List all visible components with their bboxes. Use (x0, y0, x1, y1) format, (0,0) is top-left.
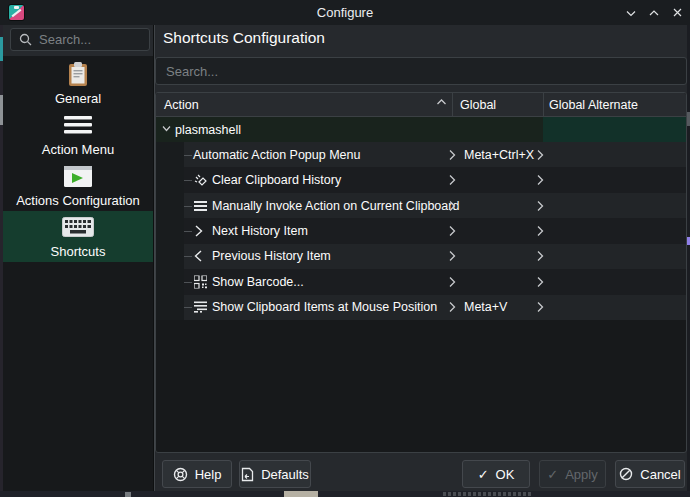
table-rows: Automatic Action Popup Menu Meta+Ctrl+X … (156, 142, 686, 320)
shortcuts-search-input[interactable] (155, 57, 687, 85)
maximize-icon[interactable] (647, 6, 661, 20)
global-alt-expander-icon[interactable] (536, 276, 544, 288)
defaults-button-label: Defaults (261, 467, 309, 482)
action-label: Automatic Action Popup Menu (193, 148, 360, 162)
menu-lines-icon (63, 112, 93, 138)
table-row[interactable]: Next History Item (156, 218, 686, 243)
chevron-down-icon[interactable] (161, 123, 172, 134)
check-icon: ✓ (478, 468, 489, 481)
global-expander-icon[interactable] (448, 174, 456, 186)
column-header-global-alternate[interactable]: Global Alternate (549, 93, 638, 117)
ok-button[interactable]: ✓ OK (462, 460, 530, 488)
sidebar-item-general[interactable]: General (3, 58, 153, 109)
sidebar-item-action-menu[interactable]: Action Menu (3, 109, 153, 160)
sidebar-item-label: Actions Configuration (16, 193, 140, 208)
sidebar-search-input[interactable] (10, 28, 150, 51)
help-button-label: Help (195, 467, 222, 482)
table-row[interactable]: Clear Clipboard History (156, 167, 686, 192)
sidebar-search-field[interactable] (39, 32, 141, 47)
global-shortcut: Meta+Ctrl+X (464, 148, 534, 162)
clear-history-icon (194, 173, 208, 187)
dialog-body: Shortcuts Configuration General (3, 25, 687, 491)
qr-code-icon (194, 275, 207, 288)
column-header-action[interactable]: Action (164, 93, 199, 117)
sidebar-item-label: Shortcuts (51, 244, 106, 259)
global-expander-icon[interactable] (448, 250, 456, 262)
global-alt-expander-icon[interactable] (536, 250, 544, 262)
window-play-icon (63, 163, 93, 189)
table-row[interactable]: Show Clipboard Items at Mouse Position M… (156, 295, 686, 320)
global-expander-icon[interactable] (448, 225, 456, 237)
global-alt-expander-icon[interactable] (536, 301, 544, 313)
global-alt-expander-icon[interactable] (536, 225, 544, 237)
action-label: Manually Invoke Action on Current Clipbo… (212, 199, 459, 213)
check-icon: ✓ (547, 468, 558, 481)
ok-button-label: OK (496, 467, 515, 482)
list-icon (194, 301, 207, 313)
sidebar-item-label: General (55, 91, 101, 106)
table-row[interactable]: Manually Invoke Action on Current Clipbo… (156, 193, 686, 218)
table-header: Action Global Global Alternate (156, 93, 686, 117)
minimize-icon[interactable] (624, 6, 638, 20)
cancel-button[interactable]: Cancel (615, 460, 685, 488)
global-expander-icon[interactable] (448, 200, 456, 212)
action-label: Previous History Item (212, 249, 331, 263)
arrow-right-icon (194, 225, 203, 238)
sort-ascending-icon (436, 98, 447, 106)
global-expander-icon[interactable] (448, 301, 456, 313)
global-shortcut: Meta+V (464, 300, 507, 314)
button-bar: Help Defaults ✓ OK ✓ Apply Cancel (155, 453, 687, 491)
window-title: Configure (0, 0, 690, 25)
background-window-sliver (0, 491, 690, 497)
apply-button: ✓ Apply (539, 460, 606, 488)
action-label: Clear Clipboard History (212, 173, 341, 187)
sidebar-item-shortcuts[interactable]: Shortcuts (3, 211, 153, 262)
sidebar: General Action Menu (3, 56, 153, 491)
global-alt-expander-icon[interactable] (536, 200, 544, 212)
table-row[interactable]: Automatic Action Popup Menu Meta+Ctrl+X (156, 142, 686, 167)
cancel-button-label: Cancel (640, 467, 680, 482)
close-icon[interactable] (670, 6, 684, 20)
action-label: Show Clipboard Items at Mouse Position (212, 300, 437, 314)
arrow-left-icon (194, 250, 203, 263)
cancel-icon (619, 467, 633, 481)
sidebar-item-actions-configuration[interactable]: Actions Configuration (3, 160, 153, 211)
global-alt-expander-icon[interactable] (536, 174, 544, 186)
global-expander-icon[interactable] (448, 276, 456, 288)
help-button[interactable]: Help (162, 460, 232, 488)
keyboard-icon (62, 214, 94, 240)
document-revert-icon (241, 467, 254, 482)
group-label: plasmashell (175, 123, 241, 137)
group-row-plasmashell[interactable]: plasmashell (156, 117, 686, 142)
search-icon (19, 33, 32, 46)
clipboard-icon (67, 61, 89, 87)
titlebar[interactable]: Configure (0, 0, 690, 25)
defaults-button[interactable]: Defaults (239, 460, 311, 488)
global-alt-expander-icon[interactable] (536, 149, 544, 161)
shortcuts-table: Action Global Global Alternate plasmashe… (155, 92, 687, 453)
global-expander-icon[interactable] (448, 149, 456, 161)
header-strip: Shortcuts Configuration (3, 25, 687, 56)
apply-button-label: Apply (565, 467, 598, 482)
table-row[interactable]: Show Barcode... (156, 269, 686, 294)
sidebar-item-label: Action Menu (42, 142, 114, 157)
action-label: Next History Item (212, 224, 308, 238)
action-label: Show Barcode... (212, 275, 304, 289)
page-title: Shortcuts Configuration (163, 29, 325, 47)
menu-lines-icon (194, 200, 207, 211)
configure-dialog: Configure (0, 0, 690, 497)
table-row[interactable]: Previous History Item (156, 244, 686, 269)
help-lifering-icon (173, 467, 188, 482)
column-header-global[interactable]: Global (460, 93, 496, 117)
shortcuts-search-field[interactable] (166, 64, 676, 79)
